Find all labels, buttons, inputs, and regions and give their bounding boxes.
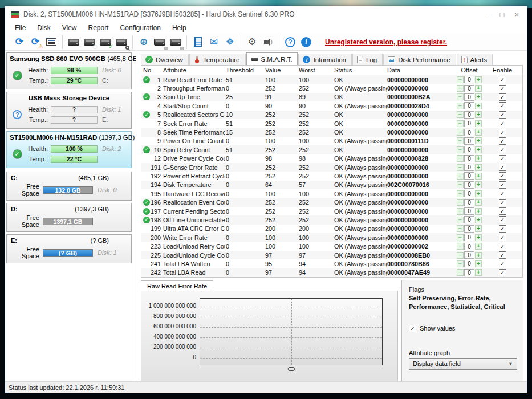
offset-increase-button[interactable]: + <box>475 208 482 215</box>
graph-position-slider[interactable] <box>287 367 295 371</box>
table-row[interactable]: ✓242Total LBA Read09794OK (Always passin… <box>141 268 522 277</box>
offset-decrease-button[interactable]: − <box>457 181 464 188</box>
maximize-button[interactable]: □ <box>500 10 505 19</box>
refresh-icon[interactable]: ⟳ <box>13 36 26 48</box>
enable-checkbox[interactable]: ✓ <box>499 234 506 241</box>
table-row[interactable]: ✓8Seek Time Performance15252252OK0000000… <box>141 128 522 136</box>
table-row[interactable]: ✓198Off-Line Uncorrectable ...0252252OK … <box>141 215 522 224</box>
offset-increase-button[interactable]: + <box>475 217 482 223</box>
enable-checkbox[interactable]: ✓ <box>499 111 506 119</box>
offset-decrease-button[interactable]: − <box>457 217 464 223</box>
offset-increase-button[interactable]: + <box>475 120 482 127</box>
offset-decrease-button[interactable]: − <box>457 129 464 136</box>
tab-alerts[interactable]: Alerts <box>457 54 493 65</box>
disk-panel-samsung-ssd[interactable]: Samsung SSD 860 EVO 500GB (465,8 GB) ✓ H… <box>6 52 132 89</box>
column-header-worst[interactable]: Worst <box>299 67 334 74</box>
offset-decrease-button[interactable]: − <box>457 225 464 232</box>
enable-checkbox[interactable]: ✓ <box>499 129 506 136</box>
enable-checkbox[interactable]: ✓ <box>499 146 506 153</box>
offset-increase-button[interactable]: + <box>475 234 482 241</box>
offset-decrease-button[interactable]: − <box>457 243 464 250</box>
disk-panel-usb-device[interactable]: USB Mass Storage Device ? Health:?Disk: … <box>6 92 132 129</box>
enable-checkbox[interactable]: ✓ <box>499 243 506 250</box>
table-row[interactable]: ✓4Start/Stop Count09090OK (Always passin… <box>141 101 522 110</box>
enable-checkbox[interactable]: ✓ <box>499 199 506 206</box>
offset-increase-button[interactable]: + <box>475 76 482 83</box>
enable-checkbox[interactable]: ✓ <box>499 269 506 276</box>
offset-decrease-button[interactable]: − <box>457 164 464 171</box>
offset-decrease-button[interactable]: − <box>457 252 464 259</box>
column-header-enable[interactable]: Enable <box>488 67 517 74</box>
offset-decrease-button[interactable]: − <box>457 173 464 180</box>
show-values-checkbox[interactable]: ✓ <box>409 325 416 332</box>
table-row[interactable]: ✓9Power On Time Count0100100OK (Always p… <box>141 137 522 145</box>
offset-increase-button[interactable]: + <box>475 225 482 232</box>
offset-increase-button[interactable]: + <box>475 103 482 109</box>
column-header-attribute[interactable]: Attribute <box>163 67 225 74</box>
disk-clock-icon[interactable]: ◷ <box>83 36 96 48</box>
menu-item-report[interactable]: Report <box>83 23 114 33</box>
offset-increase-button[interactable]: + <box>475 260 482 267</box>
offset-increase-button[interactable]: + <box>475 146 482 153</box>
title-bar[interactable]: Disk: 2, ST1500LM006 HN-M151RAD [S376J9B… <box>5 6 527 22</box>
offset-decrease-button[interactable]: − <box>457 93 464 100</box>
offset-increase-button[interactable]: + <box>475 269 482 276</box>
disk-gauge-icon[interactable]: ◔ <box>67 36 80 48</box>
enable-checkbox[interactable]: ✓ <box>499 181 506 189</box>
disk-dock-icon[interactable] <box>169 36 182 48</box>
table-row[interactable]: ✓2Throughput Performance0252252OK (Alway… <box>141 84 522 92</box>
offset-increase-button[interactable]: + <box>475 181 482 188</box>
column-header-offset[interactable]: Offset <box>451 67 488 74</box>
column-header-value[interactable]: Value <box>265 67 299 74</box>
globe-disk-icon[interactable]: ⊕ <box>137 36 151 48</box>
tab-temperature[interactable]: Temperature <box>189 54 246 65</box>
table-row[interactable]: ✓197Current Pending Sector...0252252OK (… <box>141 207 522 215</box>
offset-decrease-button[interactable]: − <box>457 208 464 215</box>
enable-checkbox[interactable]: ✓ <box>499 155 506 162</box>
offset-decrease-button[interactable]: − <box>457 111 464 118</box>
partition-panel-e[interactable]: E:(? GB) Free Space(? GB)Disk: 1 <box>6 234 132 263</box>
register-link[interactable]: Unregistered version, please register. <box>325 38 447 46</box>
enable-checkbox[interactable]: ✓ <box>499 76 506 83</box>
tab-log[interactable]: Log <box>352 54 383 65</box>
offset-increase-button[interactable]: + <box>475 173 482 180</box>
offset-increase-button[interactable]: + <box>475 85 482 92</box>
offset-decrease-button[interactable]: − <box>457 103 464 109</box>
table-row[interactable]: ✓223Load/Unload Retry Cou...0100100OK (A… <box>141 242 522 250</box>
tab-s-m-a-r-t[interactable]: S.M.A.R.T. <box>246 52 298 65</box>
offset-decrease-button[interactable]: − <box>457 269 464 276</box>
enable-checkbox[interactable]: ✓ <box>499 260 506 267</box>
info-icon[interactable]: i <box>299 36 313 48</box>
column-header-data[interactable]: Data <box>387 67 451 74</box>
enable-checkbox[interactable]: ✓ <box>499 164 506 171</box>
offset-increase-button[interactable]: + <box>475 137 482 144</box>
mail-icon[interactable]: ✉ <box>207 36 221 48</box>
graph-tab-raw-read-error-rate[interactable]: Raw Read Error Rate <box>141 280 213 291</box>
table-row[interactable]: ✓225Load/Unload Cycle Cou...09797OK (Alw… <box>141 251 522 259</box>
table-row[interactable]: ✓10Spin Retry Count51252252OK00000000000… <box>141 145 522 154</box>
column-header-no[interactable]: No. <box>141 67 163 74</box>
enable-checkbox[interactable]: ✓ <box>499 137 506 145</box>
offset-increase-button[interactable]: + <box>475 111 482 118</box>
offset-decrease-button[interactable]: − <box>457 146 464 153</box>
tab-information[interactable]: iInformation <box>298 54 352 65</box>
offset-increase-button[interactable]: + <box>475 155 482 162</box>
table-row[interactable]: ✓5Reallocated Sectors Co...10252252OK000… <box>141 111 522 119</box>
enable-checkbox[interactable]: ✓ <box>499 93 506 101</box>
enable-checkbox[interactable]: ✓ <box>499 207 506 215</box>
network-message-icon[interactable]: ❖ <box>223 36 237 48</box>
offset-increase-button[interactable]: + <box>475 164 482 171</box>
table-row[interactable]: ✓241Total LBA Written09594OK (Always pas… <box>141 259 522 268</box>
table-row[interactable]: ✓195Hardware ECC Recovered0100100OK (Alw… <box>141 189 522 198</box>
table-row[interactable]: ✓199Ultra ATA CRC Error Co...0200200OK (… <box>141 225 522 233</box>
menu-item-view[interactable]: View <box>57 23 82 33</box>
refresh-warning-icon[interactable]: ⟳⚠ <box>29 36 42 48</box>
table-row[interactable]: ✓200Write Error Rate0100100OK (Always pa… <box>141 233 522 242</box>
offset-decrease-button[interactable]: − <box>457 190 464 197</box>
column-header-threshold[interactable]: Threshold <box>225 67 265 74</box>
disk-check-icon[interactable]: ✓ <box>99 36 112 48</box>
partition-panel-c[interactable]: C:(465,1 GB) Free Space132,0 GBDisk: 0 <box>6 172 132 201</box>
menu-item-disk[interactable]: Disk <box>32 23 55 33</box>
enable-checkbox[interactable]: ✓ <box>499 216 506 223</box>
minimize-button[interactable]: – <box>485 10 489 19</box>
